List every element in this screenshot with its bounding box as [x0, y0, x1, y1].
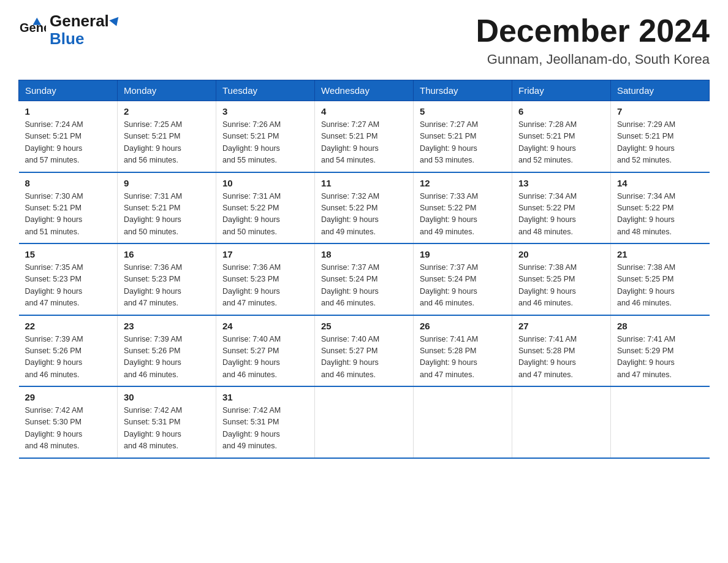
day-info: Sunrise: 7:39 AMSunset: 5:26 PMDaylight:…: [25, 334, 112, 381]
day-info: Sunrise: 7:41 AMSunset: 5:28 PMDaylight:…: [420, 334, 506, 381]
weekday-header-wednesday: Wednesday: [315, 80, 414, 101]
title-area: December 2024 Gunnam, Jeollanam-do, Sout…: [476, 12, 710, 67]
day-info: Sunrise: 7:40 AMSunset: 5:27 PMDaylight:…: [222, 334, 308, 381]
svg-text:General: General: [20, 21, 46, 34]
day-number: 7: [617, 106, 703, 117]
day-number: 16: [124, 249, 210, 259]
day-number: 2: [124, 106, 210, 117]
calendar-cell: 18Sunrise: 7:37 AMSunset: 5:24 PMDayligh…: [315, 243, 414, 315]
day-info: Sunrise: 7:40 AMSunset: 5:27 PMDaylight:…: [321, 334, 407, 381]
day-info: Sunrise: 7:36 AMSunset: 5:23 PMDaylight:…: [222, 262, 308, 310]
day-info: Sunrise: 7:29 AMSunset: 5:21 PMDaylight:…: [617, 119, 703, 167]
day-number: 11: [321, 178, 407, 188]
calendar-week-row: 15Sunrise: 7:35 AMSunset: 5:23 PMDayligh…: [19, 243, 710, 315]
day-number: 23: [124, 321, 210, 331]
day-info: Sunrise: 7:31 AMSunset: 5:21 PMDaylight:…: [124, 191, 210, 239]
calendar-cell: 25Sunrise: 7:40 AMSunset: 5:27 PMDayligh…: [315, 315, 414, 387]
calendar-cell: [414, 386, 512, 458]
day-number: 17: [222, 249, 308, 259]
calendar-week-row: 29Sunrise: 7:42 AMSunset: 5:30 PMDayligh…: [19, 386, 710, 458]
day-number: 28: [617, 321, 703, 331]
day-number: 20: [518, 249, 604, 259]
day-info: Sunrise: 7:36 AMSunset: 5:23 PMDaylight:…: [124, 262, 210, 310]
logo-general-text: General: [50, 12, 120, 30]
day-info: Sunrise: 7:25 AMSunset: 5:21 PMDaylight:…: [124, 119, 210, 167]
day-number: 5: [420, 106, 506, 117]
calendar-cell: [512, 386, 611, 458]
day-info: Sunrise: 7:38 AMSunset: 5:25 PMDaylight:…: [518, 262, 604, 310]
weekday-header-sunday: Sunday: [19, 80, 118, 101]
day-info: Sunrise: 7:24 AMSunset: 5:21 PMDaylight:…: [25, 119, 112, 167]
day-number: 27: [518, 321, 604, 331]
weekday-header-friday: Friday: [512, 80, 611, 101]
calendar-cell: 14Sunrise: 7:34 AMSunset: 5:22 PMDayligh…: [611, 172, 710, 244]
day-number: 19: [420, 249, 506, 259]
day-number: 14: [617, 178, 703, 188]
day-number: 6: [518, 106, 604, 117]
calendar-cell: 16Sunrise: 7:36 AMSunset: 5:23 PMDayligh…: [118, 243, 216, 315]
calendar-cell: 8Sunrise: 7:30 AMSunset: 5:21 PMDaylight…: [19, 172, 118, 244]
day-info: Sunrise: 7:34 AMSunset: 5:22 PMDaylight:…: [617, 191, 703, 239]
calendar-week-row: 1Sunrise: 7:24 AMSunset: 5:21 PMDaylight…: [19, 101, 710, 172]
day-number: 1: [25, 106, 112, 117]
day-number: 12: [420, 178, 506, 188]
calendar-cell: 4Sunrise: 7:27 AMSunset: 5:21 PMDaylight…: [315, 101, 414, 172]
day-number: 18: [321, 249, 407, 259]
calendar-cell: 7Sunrise: 7:29 AMSunset: 5:21 PMDaylight…: [611, 101, 710, 172]
calendar-cell: 10Sunrise: 7:31 AMSunset: 5:22 PMDayligh…: [216, 172, 315, 244]
day-number: 8: [25, 178, 112, 188]
weekday-header-tuesday: Tuesday: [216, 80, 315, 101]
calendar-cell: 22Sunrise: 7:39 AMSunset: 5:26 PMDayligh…: [19, 315, 118, 387]
calendar-cell: 23Sunrise: 7:39 AMSunset: 5:26 PMDayligh…: [118, 315, 216, 387]
calendar-cell: [611, 386, 710, 458]
day-number: 24: [222, 321, 308, 331]
day-info: Sunrise: 7:42 AMSunset: 5:31 PMDaylight:…: [124, 405, 210, 453]
day-info: Sunrise: 7:35 AMSunset: 5:23 PMDaylight:…: [25, 262, 112, 310]
logo-area: General General Blue: [18, 12, 120, 47]
day-info: Sunrise: 7:30 AMSunset: 5:21 PMDaylight:…: [25, 191, 112, 239]
calendar-cell: 1Sunrise: 7:24 AMSunset: 5:21 PMDaylight…: [19, 101, 118, 172]
weekday-header-row: SundayMondayTuesdayWednesdayThursdayFrid…: [19, 80, 710, 101]
calendar-cell: 12Sunrise: 7:33 AMSunset: 5:22 PMDayligh…: [414, 172, 512, 244]
day-number: 29: [25, 392, 112, 402]
day-info: Sunrise: 7:38 AMSunset: 5:25 PMDaylight:…: [617, 262, 703, 310]
weekday-header-saturday: Saturday: [611, 80, 710, 101]
calendar-cell: 3Sunrise: 7:26 AMSunset: 5:21 PMDaylight…: [216, 101, 315, 172]
day-info: Sunrise: 7:28 AMSunset: 5:21 PMDaylight:…: [518, 119, 604, 167]
day-number: 31: [222, 392, 308, 402]
calendar-cell: 19Sunrise: 7:37 AMSunset: 5:24 PMDayligh…: [414, 243, 512, 315]
calendar-cell: 30Sunrise: 7:42 AMSunset: 5:31 PMDayligh…: [118, 386, 216, 458]
page-header: General General Blue December 2024 Gunna…: [18, 12, 710, 67]
day-info: Sunrise: 7:31 AMSunset: 5:22 PMDaylight:…: [222, 191, 308, 239]
calendar-cell: 26Sunrise: 7:41 AMSunset: 5:28 PMDayligh…: [414, 315, 512, 387]
day-info: Sunrise: 7:41 AMSunset: 5:28 PMDaylight:…: [518, 334, 604, 381]
calendar-cell: 31Sunrise: 7:42 AMSunset: 5:31 PMDayligh…: [216, 386, 315, 458]
day-number: 26: [420, 321, 506, 331]
day-info: Sunrise: 7:39 AMSunset: 5:26 PMDaylight:…: [124, 334, 210, 381]
weekday-header-thursday: Thursday: [414, 80, 512, 101]
day-info: Sunrise: 7:37 AMSunset: 5:24 PMDaylight:…: [420, 262, 506, 310]
logo: General General Blue: [18, 12, 120, 47]
calendar-cell: 15Sunrise: 7:35 AMSunset: 5:23 PMDayligh…: [19, 243, 118, 315]
day-number: 15: [25, 249, 112, 259]
day-number: 10: [222, 178, 308, 188]
day-info: Sunrise: 7:27 AMSunset: 5:21 PMDaylight:…: [321, 119, 407, 167]
day-info: Sunrise: 7:33 AMSunset: 5:22 PMDaylight:…: [420, 191, 506, 239]
calendar-cell: 24Sunrise: 7:40 AMSunset: 5:27 PMDayligh…: [216, 315, 315, 387]
calendar-cell: 5Sunrise: 7:27 AMSunset: 5:21 PMDaylight…: [414, 101, 512, 172]
day-info: Sunrise: 7:42 AMSunset: 5:30 PMDaylight:…: [25, 405, 112, 453]
day-info: Sunrise: 7:26 AMSunset: 5:21 PMDaylight:…: [222, 119, 308, 167]
calendar-table: SundayMondayTuesdayWednesdayThursdayFrid…: [18, 80, 710, 459]
day-info: Sunrise: 7:37 AMSunset: 5:24 PMDaylight:…: [321, 262, 407, 310]
day-info: Sunrise: 7:32 AMSunset: 5:22 PMDaylight:…: [321, 191, 407, 239]
day-info: Sunrise: 7:27 AMSunset: 5:21 PMDaylight:…: [420, 119, 506, 167]
calendar-cell: 11Sunrise: 7:32 AMSunset: 5:22 PMDayligh…: [315, 172, 414, 244]
day-info: Sunrise: 7:34 AMSunset: 5:22 PMDaylight:…: [518, 191, 604, 239]
calendar-cell: [315, 386, 414, 458]
calendar-cell: 2Sunrise: 7:25 AMSunset: 5:21 PMDaylight…: [118, 101, 216, 172]
logo-blue-text: Blue: [50, 30, 120, 48]
calendar-cell: 29Sunrise: 7:42 AMSunset: 5:30 PMDayligh…: [19, 386, 118, 458]
day-number: 9: [124, 178, 210, 188]
calendar-cell: 28Sunrise: 7:41 AMSunset: 5:29 PMDayligh…: [611, 315, 710, 387]
calendar-cell: 13Sunrise: 7:34 AMSunset: 5:22 PMDayligh…: [512, 172, 611, 244]
